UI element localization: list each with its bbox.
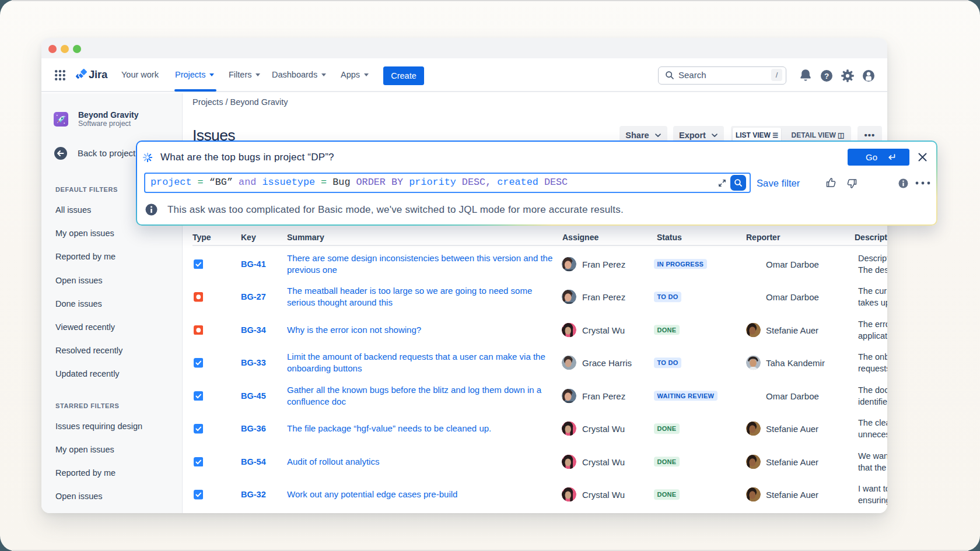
svg-text:?: ? [824,72,829,80]
